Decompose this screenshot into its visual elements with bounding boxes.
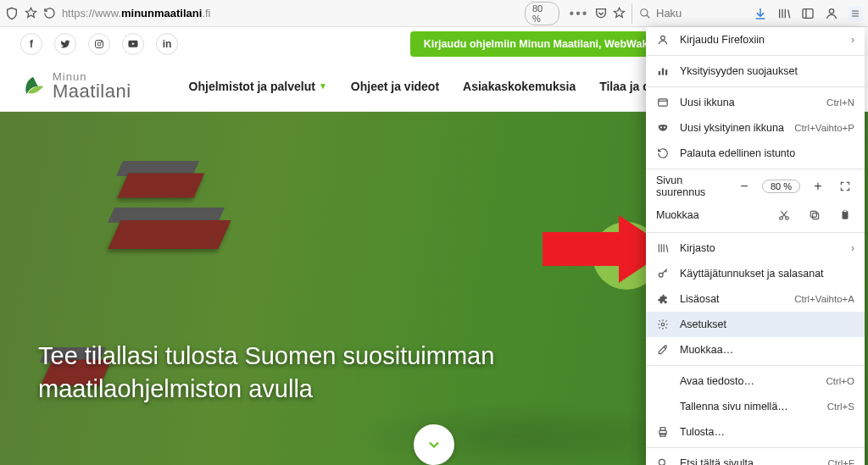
svg-point-0 <box>641 8 648 15</box>
leaf-logo-icon <box>20 74 46 99</box>
refresh-icon[interactable] <box>43 6 57 21</box>
star-icon[interactable] <box>24 6 37 21</box>
zoom-out-button[interactable]: − <box>735 177 754 196</box>
shield-icon[interactable] <box>5 6 19 21</box>
nav-testimonials[interactable]: Asiakaskokemuksia <box>463 80 576 93</box>
zoom-in-button[interactable]: + <box>809 177 827 196</box>
menu-zoom-row: Sivun suurennus − 80 % + <box>646 172 865 201</box>
window-icon <box>656 97 670 108</box>
menu-restore-session[interactable]: Palauta edellinen istunto <box>646 141 865 166</box>
brush-icon <box>656 344 670 356</box>
search-icon <box>639 8 651 19</box>
svg-point-12 <box>660 126 662 128</box>
social-links: f in <box>20 33 178 55</box>
library-icon[interactable] <box>776 6 792 21</box>
url-host: minunmaatilani <box>121 7 202 19</box>
puzzle-icon <box>656 293 670 305</box>
sidebar-icon[interactable] <box>800 6 815 21</box>
svg-rect-17 <box>810 211 816 217</box>
hero-barn-1 <box>123 171 199 200</box>
account-icon <box>656 34 670 46</box>
menu-addons[interactable]: Lisäosat Ctrl+Vaihto+A <box>646 286 865 312</box>
menu-edit-row: Muokkaa <box>646 201 865 230</box>
nav-guides[interactable]: Ohjeet ja videot <box>351 80 439 93</box>
url-tld: .fi <box>202 7 210 19</box>
svg-rect-1 <box>803 8 813 18</box>
svg-rect-10 <box>665 69 667 75</box>
chevron-right-icon: › <box>851 34 854 46</box>
zoom-value[interactable]: 80 % <box>762 180 800 193</box>
zoom-badge[interactable]: 80 % <box>525 2 559 25</box>
svg-rect-19 <box>843 210 847 212</box>
facebook-icon[interactable]: f <box>20 33 42 55</box>
instagram-icon[interactable] <box>88 33 110 55</box>
svg-point-2 <box>829 8 833 13</box>
search-box[interactable] <box>632 3 741 24</box>
youtube-icon[interactable] <box>122 33 144 55</box>
chart-icon <box>656 65 670 77</box>
account-icon[interactable] <box>824 6 839 21</box>
print-icon <box>656 426 670 438</box>
chevron-down-icon <box>426 436 442 453</box>
svg-point-4 <box>97 42 101 46</box>
menu-save-page[interactable]: Tallenna sivu nimellä… Ctrl+S <box>646 394 865 419</box>
url-protocol: https://www. <box>62 7 121 19</box>
mask-icon <box>656 122 670 134</box>
bookmark-star-icon[interactable] <box>613 6 626 21</box>
hero-headline: Tee tilallasi tulosta Suomen suosituimma… <box>38 340 564 406</box>
svg-point-5 <box>101 42 102 42</box>
menu-new-window[interactable]: Uusi ikkuna Ctrl+N <box>646 90 865 115</box>
search-input[interactable] <box>656 7 741 19</box>
library-icon <box>656 242 670 254</box>
browser-toolbar: https://www. minunmaatilani .fi 80 % ••• <box>0 0 868 27</box>
fullscreen-button[interactable] <box>836 177 854 196</box>
page-actions-icon[interactable]: ••• <box>570 6 589 21</box>
cut-button[interactable] <box>775 206 793 224</box>
key-icon <box>656 268 670 280</box>
nav-products[interactable]: Ohjelmistot ja palvelut▼ <box>189 80 327 93</box>
menu-find[interactable]: Etsi tältä sivulta… Ctrl+F <box>646 451 865 465</box>
svg-rect-11 <box>659 99 668 106</box>
svg-rect-9 <box>662 69 664 75</box>
twitter-icon[interactable] <box>54 33 76 55</box>
menu-print[interactable]: Tulosta… <box>646 419 865 445</box>
copy-button[interactable] <box>805 206 824 224</box>
svg-point-7 <box>661 36 665 40</box>
downloads-icon[interactable] <box>753 6 768 21</box>
chevron-right-icon: › <box>851 242 854 254</box>
restore-icon <box>656 147 670 159</box>
menu-logins[interactable]: Käyttäjätunnukset ja salasanat <box>646 261 865 286</box>
gear-icon <box>656 318 670 330</box>
linkedin-icon[interactable]: in <box>156 33 178 55</box>
svg-point-13 <box>664 126 665 128</box>
menu-settings[interactable]: Asetukset <box>646 312 865 337</box>
hamburger-menu-icon[interactable] <box>848 6 863 21</box>
svg-rect-16 <box>813 213 819 219</box>
menu-library[interactable]: Kirjasto › <box>646 235 865 261</box>
svg-point-21 <box>661 323 665 326</box>
logo-line2: Maatilani <box>53 82 131 101</box>
menu-new-private[interactable]: Uusi yksityinen ikkuna Ctrl+Vaihto+P <box>646 115 865 141</box>
pocket-icon[interactable] <box>593 6 607 21</box>
paste-button[interactable] <box>836 206 854 224</box>
app-menu-panel: Kirjaudu Firefoxiin › Yksityisyyden suoj… <box>646 27 865 465</box>
chevron-down-icon: ▼ <box>319 81 327 91</box>
site-logo[interactable]: Minun Maatilani <box>20 71 131 101</box>
svg-rect-8 <box>659 71 660 75</box>
svg-point-25 <box>659 459 665 465</box>
menu-customize[interactable]: Muokkaa… <box>646 337 865 363</box>
svg-rect-23 <box>660 428 665 431</box>
svg-point-20 <box>659 273 663 277</box>
menu-signin[interactable]: Kirjaudu Firefoxiin › <box>646 27 865 53</box>
scroll-down-button[interactable] <box>414 424 454 465</box>
search-icon <box>656 457 670 465</box>
address-bar[interactable]: https://www. minunmaatilani .fi <box>62 3 520 24</box>
hero-barn-2 <box>114 218 225 252</box>
menu-privacy[interactable]: Yksityisyyden suojaukset <box>646 58 865 84</box>
menu-open-file[interactable]: Avaa tiedosto… Ctrl+O <box>646 368 865 394</box>
